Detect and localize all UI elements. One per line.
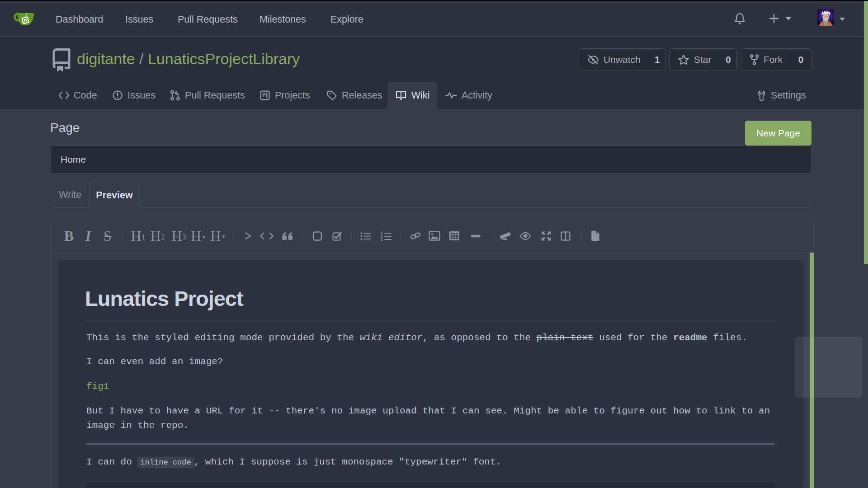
svg-text:3: 3: [381, 238, 383, 241]
